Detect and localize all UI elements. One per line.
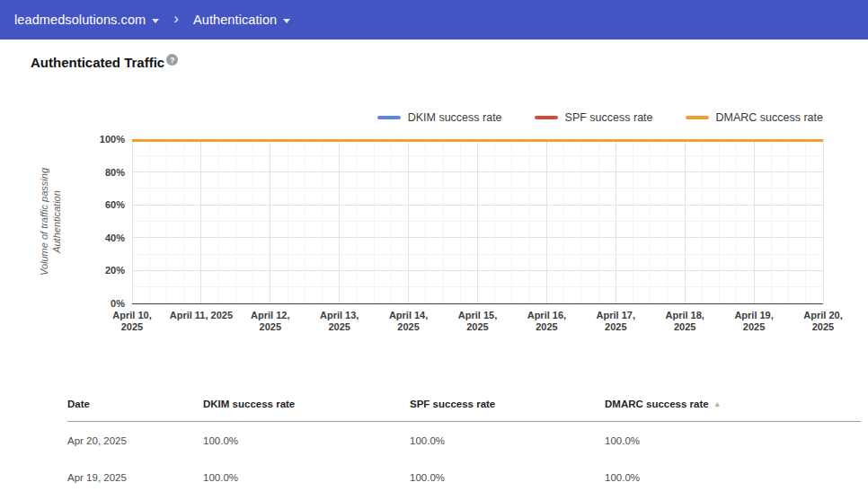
legend-item: DMARC success rate: [686, 111, 823, 124]
breadcrumb-chevron-icon: ›: [173, 10, 179, 28]
x-tick-label: April 17,2025: [578, 310, 653, 333]
x-tick-label: April 19,2025: [716, 310, 792, 333]
chevron-down-icon: [283, 19, 290, 23]
legend-label: SPF success rate: [565, 111, 653, 124]
authentication-table: DateDKIM success rateSPF success rateDMA…: [67, 396, 861, 496]
chevron-down-icon: [152, 19, 159, 23]
chart-plot-area: Volume of traffic passingAuthentication …: [132, 139, 823, 303]
table-cell: 100.0%: [203, 435, 410, 446]
table-row: Apr 19, 2025100.0%100.0%100.0%: [67, 459, 861, 496]
column-header-label: Date: [67, 399, 90, 409]
table-cell: 100.0%: [410, 435, 605, 446]
table-cell: 100.0%: [605, 472, 861, 483]
x-tick-label: April 11, 2025: [164, 310, 239, 321]
domain-selector-label: leadmedsolutions.com: [14, 13, 146, 27]
column-header-label: SPF success rate: [410, 399, 495, 409]
legend-label: DKIM success rate: [408, 111, 502, 124]
legend-item: DKIM success rate: [377, 111, 502, 124]
y-tick-label: 60%: [49, 199, 125, 210]
x-tick-label: April 20,2025: [785, 310, 861, 333]
column-header-dkim-success-rate[interactable]: DKIM success rate: [203, 399, 410, 409]
top-navigation-bar: leadmedsolutions.com › Authentication: [0, 0, 868, 39]
y-tick-label: 80%: [49, 167, 125, 178]
table-cell: Apr 20, 2025: [67, 435, 203, 446]
help-icon[interactable]: ?: [166, 54, 178, 66]
domain-selector[interactable]: leadmedsolutions.com: [14, 13, 159, 27]
legend-label: DMARC success rate: [716, 111, 823, 124]
x-tick-label: April 12,2025: [233, 310, 308, 333]
sort-ascending-icon: ▲: [713, 399, 722, 408]
legend-line-icon: [686, 116, 709, 119]
y-axis-title: Volume of traffic passingAuthentication: [38, 123, 65, 320]
section-selector[interactable]: Authentication: [193, 13, 290, 27]
chart-legend: DKIM success rateSPF success rateDMARC s…: [377, 111, 823, 124]
y-tick-label: 0%: [49, 298, 125, 309]
legend-line-icon: [535, 116, 558, 119]
page: leadmedsolutions.com › Authentication Au…: [0, 0, 868, 500]
page-title-row: Authenticated Traffic ?: [31, 55, 178, 70]
x-tick-label: April 16,2025: [509, 310, 584, 333]
table-cell: 100.0%: [203, 472, 410, 483]
table-cell: 100.0%: [410, 472, 605, 483]
column-header-label: DMARC success rate: [605, 399, 709, 409]
table-cell: Apr 19, 2025: [67, 472, 203, 483]
section-selector-label: Authentication: [193, 13, 277, 27]
x-tick-label: April 10,2025: [94, 310, 170, 333]
x-tick-label: April 14,2025: [371, 310, 447, 333]
legend-line-icon: [377, 116, 401, 119]
column-header-label: DKIM success rate: [203, 399, 295, 409]
table-body: Apr 20, 2025100.0%100.0%100.0%Apr 19, 20…: [67, 422, 861, 496]
column-header-dmarc-success-rate[interactable]: DMARC success rate▲: [605, 399, 861, 409]
x-tick-label: April 15,2025: [440, 310, 516, 333]
page-title: Authenticated Traffic: [31, 55, 164, 70]
table-header-row: DateDKIM success rateSPF success rateDMA…: [67, 396, 861, 422]
column-header-date[interactable]: Date: [67, 399, 203, 409]
legend-item: SPF success rate: [535, 111, 653, 124]
y-tick-label: 20%: [49, 265, 125, 276]
y-tick-label: 100%: [49, 134, 125, 145]
table-row: Apr 20, 2025100.0%100.0%100.0%: [67, 422, 861, 459]
table-cell: 100.0%: [605, 435, 861, 446]
x-tick-label: April 18,2025: [647, 310, 722, 333]
y-tick-label: 40%: [49, 232, 125, 243]
column-header-spf-success-rate[interactable]: SPF success rate: [410, 399, 605, 409]
x-tick-label: April 13,2025: [302, 310, 377, 333]
chart-canvas: [132, 139, 823, 303]
